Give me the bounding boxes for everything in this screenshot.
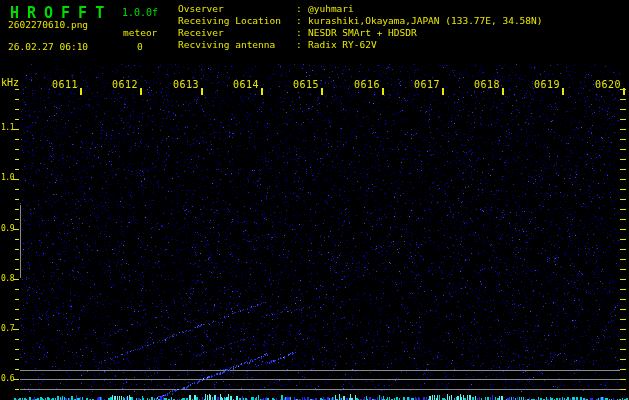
hrofft-window: HROFFT 1.0.0f 2602270610.png 26.02.27 06…	[0, 0, 629, 400]
meteor-counter-label: meteor	[123, 27, 157, 38]
observer-info-block: Ovserver:@yuhmariReceiving Location:kura…	[178, 3, 543, 51]
observer-info-colon: :	[296, 27, 308, 39]
time-tick-label: 0616	[354, 79, 380, 90]
observer-info-row: Ovserver:@yuhmari	[178, 3, 543, 15]
observer-info-value: Radix RY-62V	[308, 39, 377, 50]
time-tick-label: 0620	[595, 79, 621, 90]
observer-info-value: NESDR SMArt + HDSDR	[308, 27, 417, 38]
observer-info-value: kurashiki,Okayama,JAPAN (133.77E, 34.58N…	[308, 15, 543, 26]
freq-axis-unit-label: kHz	[1, 77, 19, 88]
time-tick-label: 0611	[52, 79, 78, 90]
output-filename: 2602270610.png	[8, 19, 88, 30]
observer-info-label: Receiver	[178, 27, 296, 39]
observer-info-value: @yuhmari	[308, 3, 354, 14]
time-tick-label: 0619	[534, 79, 560, 90]
capture-datetime: 26.02.27 06:10	[8, 41, 88, 52]
freq-tick-label: 1.0	[0, 173, 14, 182]
time-tick-label: 0618	[474, 79, 500, 90]
time-tick-label: 0615	[293, 79, 319, 90]
observer-info-colon: :	[296, 39, 308, 51]
observer-info-colon: :	[296, 3, 308, 15]
freq-tick-label: 1.1	[0, 123, 14, 132]
meteor-count-value: 0	[137, 41, 143, 52]
freq-tick-label: 0.7	[0, 324, 14, 333]
app-version: 1.0.0f	[122, 7, 158, 18]
observer-info-row: Recviving antenna:Radix RY-62V	[178, 39, 543, 51]
observer-info-label: Receiving Location	[178, 15, 296, 27]
freq-tick-label: 0.8	[0, 274, 14, 283]
observer-info-colon: :	[296, 15, 308, 27]
observer-info-row: Receiver:NESDR SMArt + HDSDR	[178, 27, 543, 39]
freq-tick-label: 0.9	[0, 224, 14, 233]
time-tick-label: 0612	[112, 79, 138, 90]
observer-info-row: Receiving Location:kurashiki,Okayama,JAP…	[178, 15, 543, 27]
time-tick-label: 0613	[173, 79, 199, 90]
observer-info-label: Recviving antenna	[178, 39, 296, 51]
freq-tick-label: 0.6	[0, 374, 14, 383]
time-tick-label: 0617	[414, 79, 440, 90]
time-tick-label: 0614	[233, 79, 259, 90]
observer-info-label: Ovserver	[178, 3, 296, 15]
spectrogram-canvas	[0, 0, 629, 400]
